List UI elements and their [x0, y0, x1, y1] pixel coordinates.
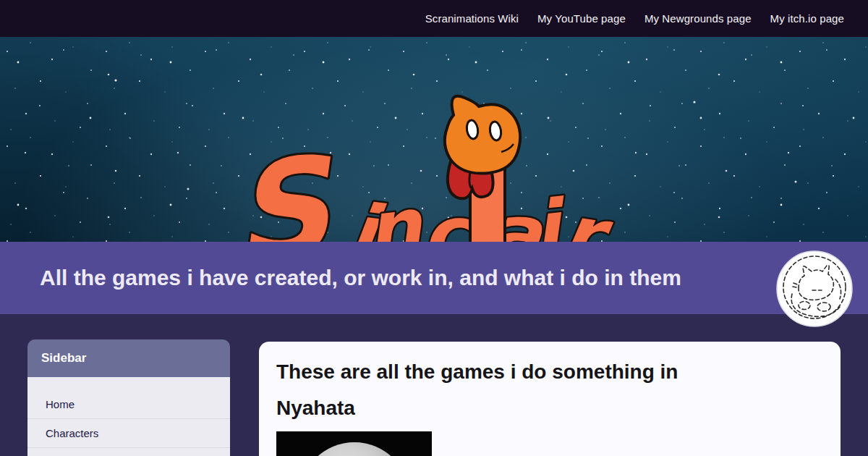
- page-title-line2: Nyahata: [276, 390, 820, 426]
- nav-link-itchio[interactable]: My itch.io page: [770, 12, 844, 25]
- content-area: Sidebar Home Characters These are all th…: [0, 314, 868, 456]
- nav-link-scranimations-wiki[interactable]: Scranimations Wiki: [425, 12, 519, 25]
- page: Scranimations Wiki My YouTube page My Ne…: [0, 0, 868, 456]
- banner-title: All the games i have created, or work in…: [40, 266, 681, 290]
- banner: All the games i have created, or work in…: [0, 242, 868, 314]
- sinclair-logo: S inclair: [231, 80, 647, 242]
- hero-header: S inclair: [0, 37, 868, 242]
- nav-link-newgrounds[interactable]: My Newgrounds page: [644, 12, 752, 25]
- nav-link-youtube[interactable]: My YouTube page: [537, 12, 626, 25]
- sidebar-title: Sidebar: [27, 339, 230, 377]
- cat-sketch-avatar: [776, 250, 853, 327]
- page-title-line1: These are all the games i do something i…: [276, 354, 820, 390]
- sidebar: Sidebar Home Characters: [27, 339, 230, 456]
- moon-graphic: [299, 442, 409, 456]
- sidebar-item-characters[interactable]: Characters: [27, 419, 230, 448]
- logo-text: S inclair: [224, 127, 618, 242]
- page-title: These are all the games i do something i…: [276, 354, 820, 426]
- sidebar-item-home[interactable]: Home: [27, 390, 230, 419]
- svg-text:S: S: [224, 127, 344, 242]
- top-navbar: Scranimations Wiki My YouTube page My Ne…: [0, 0, 868, 37]
- mascot-head: [445, 96, 520, 174]
- sidebar-body: Home Characters: [27, 377, 230, 456]
- main-card: These are all the games i do something i…: [259, 342, 841, 456]
- nyahata-game-image[interactable]: [276, 431, 432, 456]
